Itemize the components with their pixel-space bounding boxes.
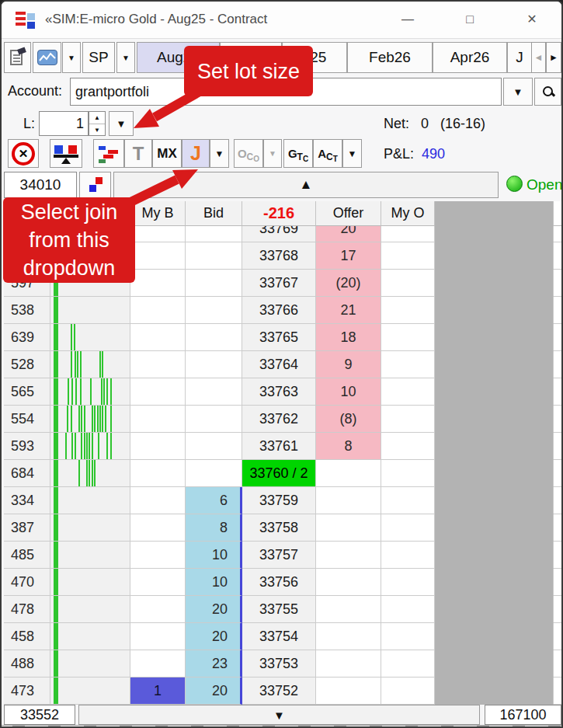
account-dropdown-button[interactable]: ▼ bbox=[503, 78, 533, 106]
lot-size-input[interactable]: 1 bbox=[39, 111, 89, 136]
price-cell[interactable]: 33756 bbox=[242, 569, 316, 596]
offer-cell[interactable] bbox=[316, 677, 381, 705]
spin-down-icon[interactable]: ▼ bbox=[89, 124, 105, 135]
offer-cell[interactable]: 21 bbox=[316, 297, 381, 324]
bid-cell[interactable] bbox=[186, 242, 242, 270]
my-bid-cell[interactable] bbox=[130, 487, 186, 514]
price-cell[interactable]: 33768 bbox=[242, 242, 316, 270]
lot-size-stepper[interactable]: ▲ ▼ bbox=[89, 111, 106, 136]
offer-cell[interactable]: (20) bbox=[316, 270, 381, 297]
bid-cell[interactable]: 10 bbox=[186, 542, 242, 569]
price-cell[interactable]: 33765 bbox=[242, 324, 316, 351]
my-offer-cell[interactable] bbox=[381, 406, 435, 433]
my-offer-cell[interactable] bbox=[381, 596, 435, 623]
lot-size-dropdown-button[interactable]: ▼ bbox=[109, 111, 134, 136]
chart-dropdown-button[interactable]: ▼ bbox=[62, 42, 81, 73]
balance-button[interactable] bbox=[50, 139, 82, 168]
price-cell[interactable]: 33761 bbox=[242, 433, 316, 460]
close-button[interactable]: ✕ bbox=[520, 9, 544, 30]
bid-cell[interactable]: 8 bbox=[186, 514, 242, 542]
offer-cell[interactable]: 18 bbox=[316, 324, 381, 351]
bid-cell[interactable] bbox=[186, 226, 242, 242]
price-cell[interactable]: 33754 bbox=[242, 623, 316, 650]
my-bid-cell[interactable] bbox=[130, 351, 186, 378]
tab-contract-J[interactable]: J bbox=[507, 42, 532, 73]
offer-cell[interactable]: 10 bbox=[316, 378, 381, 406]
sp-dropdown-button[interactable]: ▼ bbox=[116, 42, 135, 73]
bid-cell[interactable] bbox=[186, 270, 242, 297]
spin-up-icon[interactable]: ▲ bbox=[89, 112, 105, 124]
my-bid-cell[interactable] bbox=[130, 623, 186, 650]
my-bid-cell[interactable] bbox=[130, 433, 186, 460]
my-offer-cell[interactable] bbox=[381, 650, 435, 677]
depth-button[interactable] bbox=[93, 139, 124, 168]
price-cell[interactable]: 33769 bbox=[242, 226, 316, 242]
offer-cell[interactable] bbox=[316, 650, 381, 677]
tab-contract-Apr26[interactable]: Apr26 bbox=[433, 42, 507, 73]
offer-cell[interactable] bbox=[316, 542, 381, 569]
price-cell[interactable]: 33762 bbox=[242, 406, 316, 433]
bid-cell[interactable]: 6 bbox=[186, 487, 242, 514]
bid-cell[interactable] bbox=[186, 378, 242, 406]
offer-cell[interactable]: (8) bbox=[316, 406, 381, 433]
my-bid-cell[interactable] bbox=[130, 406, 186, 433]
maximize-button[interactable]: □ bbox=[458, 9, 481, 30]
scroll-down-button[interactable]: ▼ bbox=[78, 705, 480, 725]
my-bid-cell[interactable] bbox=[130, 514, 186, 542]
offer-cell[interactable] bbox=[316, 596, 381, 623]
my-offer-cell[interactable] bbox=[381, 487, 435, 514]
last-trade-price-cell[interactable]: 33760 / 2 bbox=[242, 460, 316, 487]
my-bid-cell[interactable] bbox=[130, 242, 186, 270]
price-cell[interactable]: 33758 bbox=[242, 514, 316, 542]
offer-cell[interactable]: 8 bbox=[316, 433, 381, 460]
bid-cell[interactable]: 20 bbox=[186, 596, 242, 623]
price-cell[interactable]: 33755 bbox=[242, 596, 316, 623]
bid-cell[interactable]: 10 bbox=[186, 569, 242, 596]
offer-cell[interactable] bbox=[316, 487, 381, 514]
my-offer-cell[interactable] bbox=[381, 623, 435, 650]
my-offer-cell[interactable] bbox=[381, 270, 435, 297]
oco-dropdown-button[interactable]: ▼ bbox=[263, 139, 282, 168]
bid-cell[interactable] bbox=[186, 324, 242, 351]
sp-button[interactable]: SP bbox=[82, 42, 115, 73]
price-cell[interactable]: 33766 bbox=[242, 297, 316, 324]
recenter-button[interactable] bbox=[79, 172, 111, 198]
gtc-order-button[interactable]: GTC bbox=[283, 139, 313, 168]
offer-cell[interactable]: 17 bbox=[316, 242, 381, 270]
offer-cell[interactable]: 9 bbox=[316, 351, 381, 378]
join-order-dropdown-button[interactable]: ▼ bbox=[210, 139, 229, 168]
my-offer-cell[interactable] bbox=[381, 677, 435, 705]
offer-cell[interactable] bbox=[316, 623, 381, 650]
my-bid-cell[interactable] bbox=[130, 324, 186, 351]
act-order-button[interactable]: ACT bbox=[313, 139, 342, 168]
price-cell[interactable]: 33767 bbox=[242, 270, 316, 297]
my-bid-cell[interactable] bbox=[130, 542, 186, 569]
scroll-up-button[interactable]: ▲ bbox=[113, 172, 499, 198]
trailing-order-button[interactable]: T bbox=[124, 139, 152, 168]
my-offer-cell[interactable] bbox=[381, 542, 435, 569]
my-bid-cell[interactable] bbox=[130, 270, 186, 297]
offer-cell[interactable] bbox=[316, 514, 381, 542]
bid-cell[interactable] bbox=[186, 351, 242, 378]
tab-contract-Feb26[interactable]: Feb26 bbox=[347, 42, 433, 73]
price-cell[interactable]: 33759 bbox=[242, 487, 316, 514]
offer-cell[interactable] bbox=[316, 569, 381, 596]
join-order-button[interactable]: J bbox=[182, 139, 210, 168]
my-bid-cell[interactable]: 1 bbox=[130, 677, 186, 705]
offer-cell[interactable]: 20 bbox=[316, 226, 381, 242]
my-offer-cell[interactable] bbox=[381, 514, 435, 542]
my-bid-cell[interactable] bbox=[130, 378, 186, 406]
bid-cell[interactable]: 20 bbox=[186, 677, 242, 705]
my-bid-cell[interactable] bbox=[130, 297, 186, 324]
price-cell[interactable]: 33753 bbox=[242, 650, 316, 677]
my-offer-cell[interactable] bbox=[381, 242, 435, 270]
my-bid-cell[interactable] bbox=[130, 569, 186, 596]
bid-cell[interactable] bbox=[186, 433, 242, 460]
account-search-button[interactable] bbox=[534, 78, 561, 106]
my-offer-cell[interactable] bbox=[381, 226, 435, 242]
chart-button[interactable] bbox=[33, 42, 61, 73]
bid-cell[interactable]: 23 bbox=[186, 650, 242, 677]
my-offer-cell[interactable] bbox=[381, 569, 435, 596]
my-bid-cell[interactable] bbox=[130, 460, 186, 487]
properties-button[interactable] bbox=[4, 42, 31, 73]
